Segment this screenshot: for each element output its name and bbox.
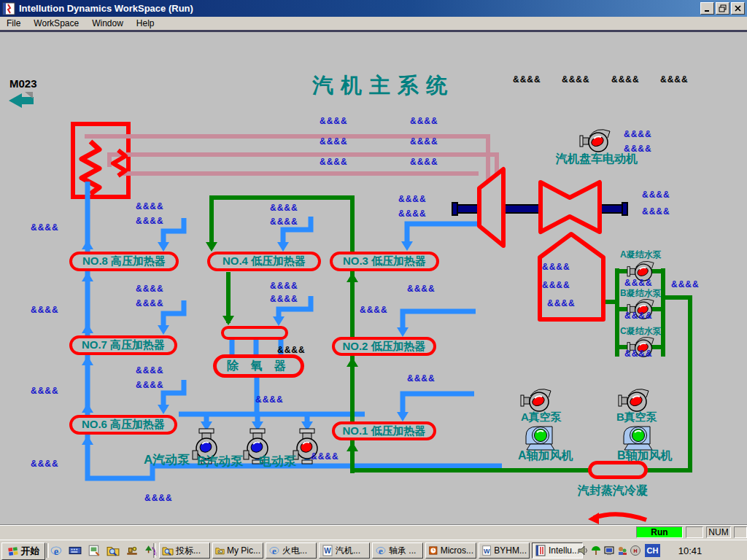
close-icon	[733, 4, 743, 13]
lp-turbine[interactable]	[541, 182, 600, 232]
badge-icon: H	[630, 545, 641, 556]
main-steam-lines	[85, 136, 497, 181]
minimize-button[interactable]	[700, 2, 714, 15]
speaker-icon	[577, 545, 589, 556]
shaft-fan-b[interactable]	[624, 427, 652, 450]
task-button-label: My Pic...	[227, 545, 260, 556]
condensate-pump-b[interactable]	[627, 299, 654, 319]
ie-icon: e	[268, 545, 280, 556]
task-button[interactable]: Micros...	[425, 542, 476, 559]
restore-button[interactable]	[716, 2, 729, 15]
quicklaunch-keyboard[interactable]	[69, 544, 82, 560]
vacuum-pump-a[interactable]	[521, 389, 551, 411]
windows-logo-icon	[7, 546, 20, 557]
quicklaunch-ie[interactable]: e	[50, 544, 63, 560]
quick-launch: e	[50, 544, 158, 560]
back-arrow-icon[interactable]	[9, 92, 34, 108]
keyboard-icon	[69, 544, 82, 557]
outlook-icon	[428, 545, 438, 556]
menu-separator	[0, 30, 747, 32]
system-tray: H	[577, 545, 641, 559]
workspace-window: M023 汽机主系统 除 氧 器 NO.8 高压加热器NO.7 高压加热器NO.…	[0, 0, 747, 560]
tray-monitor[interactable]	[603, 545, 615, 559]
tray-umbrella[interactable]	[590, 545, 602, 559]
turbine-system-diagram	[0, 0, 747, 560]
tray-badge[interactable]: H	[630, 545, 641, 559]
steam-driven-pump-b[interactable]	[244, 429, 268, 464]
users-icon	[616, 545, 628, 556]
condensate-pump-c[interactable]	[627, 337, 654, 357]
svg-text:e: e	[272, 545, 276, 556]
quicklaunch-desk[interactable]	[125, 544, 139, 560]
run-mode-indicator: Run	[636, 526, 683, 538]
menu-workspace[interactable]: WorkSpace	[27, 18, 85, 29]
status-panel	[686, 526, 703, 538]
task-button-label: 投标...	[176, 545, 201, 557]
quicklaunch-folder-search[interactable]	[107, 544, 120, 560]
shaft-fan-a[interactable]	[526, 427, 554, 450]
electric-pump[interactable]	[293, 429, 317, 464]
steam-driven-pump-a[interactable]	[193, 429, 217, 464]
task-button-label: 汽机...	[336, 545, 360, 557]
minimize-icon	[703, 4, 712, 13]
svg-text:e: e	[379, 545, 383, 556]
task-button[interactable]: W汽机...	[319, 542, 370, 559]
monitor-icon	[603, 545, 615, 556]
start-label: 开始	[21, 545, 40, 558]
condensate-pump-a[interactable]	[627, 261, 654, 281]
recirculation-arrow	[588, 513, 646, 524]
taskbar-separator	[46, 543, 49, 558]
vacuum-pump-b[interactable]	[619, 389, 649, 411]
task-button-label: 轴承 ...	[389, 545, 416, 557]
umbrella-icon	[590, 545, 602, 556]
svg-text:W: W	[324, 547, 331, 555]
window-title: Intellution Dynamics WorkSpace (Run)	[19, 3, 699, 14]
task-button[interactable]: My Pic...	[212, 542, 263, 559]
svg-text:e: e	[54, 545, 59, 557]
word-icon: W	[481, 545, 492, 556]
menu-file[interactable]: File	[0, 18, 27, 29]
taskbar-separator	[153, 543, 156, 558]
task-button[interactable]: 投标...	[159, 542, 210, 559]
tray-speaker[interactable]	[577, 545, 589, 559]
task-button[interactable]: Intellu...	[532, 542, 583, 559]
ime-indicator[interactable]: CH	[645, 544, 660, 557]
task-button[interactable]: WBYHM...	[479, 542, 530, 559]
title-bar: Intellution Dynamics WorkSpace (Run)	[0, 0, 747, 17]
ie-icon: e	[50, 544, 63, 557]
folder-search-icon	[162, 545, 174, 556]
svg-text:H: H	[633, 548, 637, 553]
desk-icon	[125, 544, 139, 557]
task-button[interactable]: e轴承 ...	[372, 542, 423, 559]
menu-help[interactable]: Help	[130, 18, 161, 29]
folder-pictures-icon	[215, 545, 225, 556]
hp-turbine[interactable]	[479, 169, 503, 246]
svg-text:W: W	[484, 548, 490, 555]
clock: 10:41	[668, 545, 712, 556]
task-button-label: Micros...	[441, 545, 473, 556]
word-icon: W	[322, 545, 333, 556]
status-bar: Run NUM	[0, 524, 747, 540]
turning-gear-motor[interactable]	[580, 130, 610, 152]
taskbar: 开始 e 投标...My Pic...e火电...W汽机...e轴承 ...Mi…	[0, 540, 747, 560]
pictures-icon	[88, 544, 101, 557]
task-button[interactable]: e火电...	[266, 542, 317, 559]
condenser[interactable]	[540, 234, 603, 319]
restore-icon	[718, 4, 727, 13]
ifix-icon	[535, 545, 546, 556]
menu-window[interactable]: Window	[85, 18, 130, 29]
start-button[interactable]: 开始	[1, 542, 45, 560]
folder-search-icon	[107, 544, 120, 557]
numlock-indicator: NUM	[706, 526, 731, 538]
feedwater-pipes	[88, 182, 502, 478]
task-buttons: 投标...My Pic...e火电...W汽机...e轴承 ...Micros.…	[159, 542, 583, 559]
tray-users[interactable]	[616, 545, 628, 559]
task-button-label: Intellu...	[549, 545, 579, 556]
task-button-label: 火电...	[282, 545, 307, 557]
quicklaunch-pictures[interactable]	[88, 544, 101, 560]
app-icon	[2, 2, 15, 15]
task-button-label: BYHM...	[494, 545, 527, 556]
ie-icon: e	[375, 545, 387, 556]
menu-bar: FileWorkSpaceWindowHelp	[0, 17, 747, 30]
close-button[interactable]	[731, 2, 745, 15]
